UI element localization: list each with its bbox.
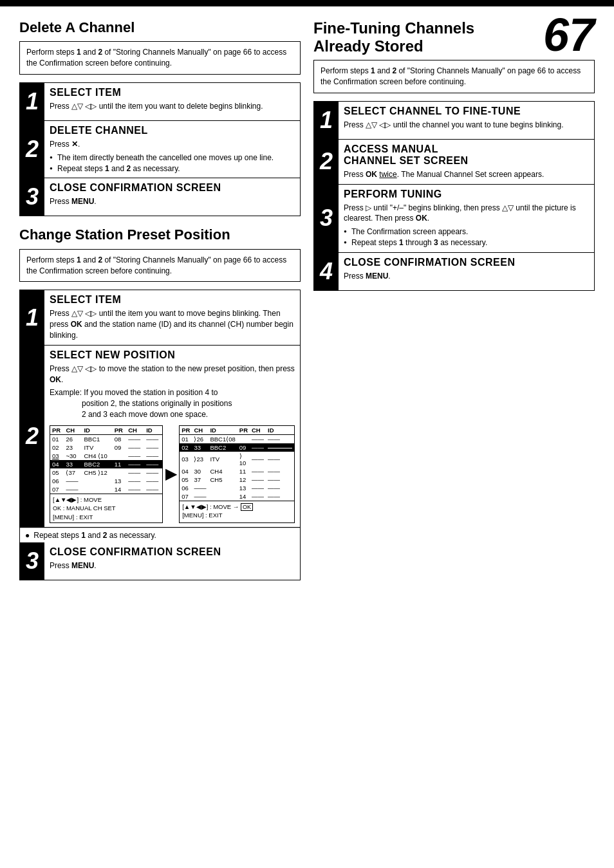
change-station-intro: Perform steps 1 and 2 of "Storing Channe… — [19, 249, 301, 282]
change-step-2-heading: SELECT NEW POSITION — [50, 349, 295, 361]
fine-step-1-heading: SELECT CHANNEL TO FINE-TUNE — [344, 106, 589, 117]
delete-step-2-text: Press ✕. — [50, 139, 295, 150]
left-column: Delete A Channel Perform steps 1 and 2 o… — [19, 19, 301, 591]
fine-step-4-heading: CLOSE CONFIRMATION SCREEN — [344, 257, 589, 268]
change-step-1-heading: SELECT ITEM — [50, 294, 295, 306]
fine-step-3-heading: PERFORM TUNING — [344, 189, 589, 200]
fine-step-2-number: 2 — [314, 140, 339, 184]
change-step-2-content: SELECT NEW POSITION Press △▽ ◁▷ to move … — [44, 346, 300, 527]
right-column: Fine-Tuning ChannelsAlready Stored Perfo… — [313, 19, 595, 591]
change-step-3-text: Press MENU. — [50, 560, 295, 571]
change-step-1-content: SELECT ITEM Press △▽ ◁▷ until the item y… — [44, 290, 300, 344]
delete-step-1-number: 1 — [20, 83, 44, 120]
change-step-2-text: Press △▽ ◁▷ to move the station to the n… — [50, 364, 295, 385]
delete-step-3-text: Press MENU. — [50, 196, 295, 207]
fine-step-3-content: PERFORM TUNING Press ▷ until "+/–" begin… — [339, 185, 594, 252]
delete-channel-intro: Perform steps 1 and 2 of "Storing Channe… — [19, 41, 301, 75]
change-station-steps: 1 SELECT ITEM Press △▽ ◁▷ until the item… — [19, 290, 301, 580]
change-step-3-number: 3 — [20, 542, 44, 580]
change-step-1-text: Press △▽ ◁▷ until the item you want to m… — [50, 308, 295, 340]
change-step-2-number: 2 — [20, 346, 44, 527]
delete-step-2-heading: DELETE CHANNEL — [50, 125, 295, 136]
delete-step-1-content: SELECT ITEM Press △▽ ◁▷ until the item y… — [44, 83, 300, 120]
delete-step-2-number: 2 — [20, 121, 44, 178]
fine-step-3-text: Press ▷ until "+/–" begins blinking, the… — [344, 203, 589, 225]
delete-step-1: 1 SELECT ITEM Press △▽ ◁▷ until the item… — [20, 83, 300, 121]
fine-bullet-2: Repeat steps 1 through 3 as necessary. — [344, 237, 589, 248]
delete-channel-title: Delete A Channel — [19, 19, 301, 36]
change-station-title: Change Station Preset Position — [19, 226, 301, 243]
change-after-table-bullet: ● Repeat steps 1 and 2 as necessary. — [20, 528, 300, 542]
fine-step-3: 3 PERFORM TUNING Press ▷ until "+/–" beg… — [314, 185, 594, 253]
delete-channel-section: Delete A Channel Perform steps 1 and 2 o… — [19, 19, 301, 216]
delete-step-3-heading: CLOSE CONFIRMATION SCREEN — [50, 182, 295, 194]
delete-step-1-heading: SELECT ITEM — [50, 87, 295, 98]
page-number: 67 — [543, 12, 595, 58]
change-step-2-example: Example: If you moved the station in pos… — [50, 387, 295, 420]
fine-step-4-number: 4 — [314, 253, 339, 290]
change-step-3-content: CLOSE CONFIRMATION SCREEN Press MENU. — [44, 542, 300, 580]
delete-step-2-bullets: The item directly beneath the cancelled … — [50, 152, 295, 174]
fine-step-2: 2 ACCESS MANUALCHANNEL SET SCREEN Press … — [314, 140, 594, 185]
fine-step-2-content: ACCESS MANUALCHANNEL SET SCREEN Press OK… — [339, 140, 594, 184]
delete-channel-steps: 1 SELECT ITEM Press △▽ ◁▷ until the item… — [19, 82, 301, 216]
fine-step-2-text: Press OK twice. The Manual Channel Set s… — [344, 169, 589, 180]
top-bar — [0, 0, 614, 6]
fine-bullet-1: The Confirmation screen appears. — [344, 226, 589, 237]
fine-step-4-text: Press MENU. — [344, 271, 589, 282]
delete-step-3: 3 CLOSE CONFIRMATION SCREEN Press MENU. — [20, 178, 300, 216]
change-step-2: 2 SELECT NEW POSITION Press △▽ ◁▷ to mov… — [20, 346, 300, 528]
fine-step-1: 1 SELECT CHANNEL TO FINE-TUNE Press △▽ ◁… — [314, 102, 594, 140]
change-step-3-heading: CLOSE CONFIRMATION SCREEN — [50, 546, 295, 558]
change-step-1: 1 SELECT ITEM Press △▽ ◁▷ until the item… — [20, 290, 300, 345]
delete-step-3-content: CLOSE CONFIRMATION SCREEN Press MENU. — [44, 178, 300, 216]
fine-step-1-text: Press △▽ ◁▷ until the channel you want t… — [344, 120, 589, 131]
delete-step-1-text: Press △▽ ◁▷ until the item you want to d… — [50, 101, 295, 112]
fine-step-4: 4 CLOSE CONFIRMATION SCREEN Press MENU. — [314, 253, 594, 290]
delete-step-3-number: 3 — [20, 178, 44, 216]
fine-tuning-steps: 1 SELECT CHANNEL TO FINE-TUNE Press △▽ ◁… — [313, 101, 595, 291]
delete-step-2: 2 DELETE CHANNEL Press ✕. The item direc… — [20, 121, 300, 178]
fine-step-1-content: SELECT CHANNEL TO FINE-TUNE Press △▽ ◁▷ … — [339, 102, 594, 139]
fine-step-3-number: 3 — [314, 185, 339, 252]
delete-bullet-2: Repeat steps 1 and 2 as necessary. — [50, 163, 295, 174]
change-station-section: Change Station Preset Position Perform s… — [19, 226, 301, 580]
fine-step-2-heading: ACCESS MANUALCHANNEL SET SCREEN — [344, 143, 589, 167]
change-step-1-number: 1 — [20, 290, 44, 344]
delete-bullet-1: The item directly beneath the cancelled … — [50, 152, 295, 163]
delete-step-2-content: DELETE CHANNEL Press ✕. The item directl… — [44, 121, 300, 178]
change-step-3: 3 CLOSE CONFIRMATION SCREEN Press MENU. — [20, 542, 300, 580]
fine-step-4-content: CLOSE CONFIRMATION SCREEN Press MENU. — [339, 253, 594, 290]
fine-step-1-number: 1 — [314, 102, 339, 139]
fine-tuning-intro: Perform steps 1 and 2 of "Storing Channe… — [313, 60, 595, 93]
fine-step-3-bullets: The Confirmation screen appears. Repeat … — [344, 226, 589, 248]
